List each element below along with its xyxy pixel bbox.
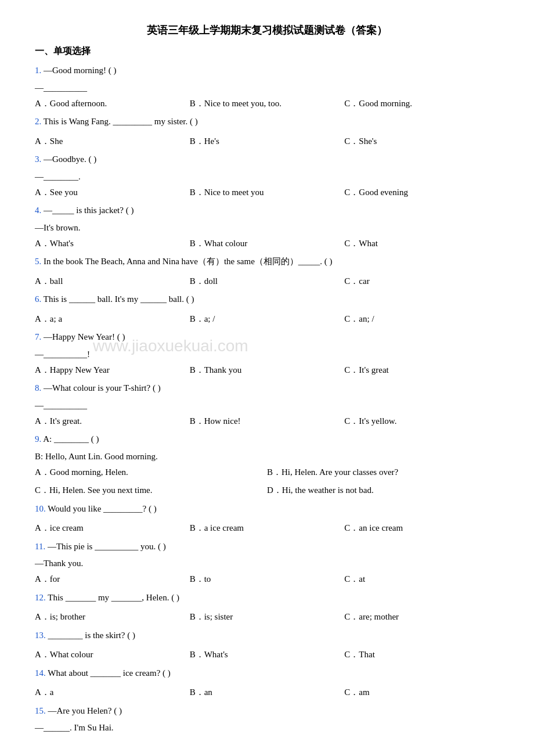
option-6a: A．a; a	[35, 312, 190, 327]
question-6: 6. This is ______ ball. It's my ______ b…	[35, 292, 499, 326]
option-8c: C．It's yellow.	[344, 414, 499, 429]
option-8b: B．How nice!	[190, 414, 345, 429]
option-10b: B．a ice cream	[190, 521, 345, 536]
option-8a: A．It's great.	[35, 414, 190, 429]
question-1: 1. —Good morning! ( ) —__________ A．Good…	[35, 63, 499, 111]
option-14a: A．a	[35, 685, 190, 700]
option-5a: A．ball	[35, 274, 190, 289]
option-9d: D．Hi, the weather is not bad.	[267, 483, 499, 498]
option-6b: B．a; /	[190, 312, 345, 327]
option-2c: C．She's	[344, 134, 499, 149]
question-9: 9. A: ________ ( ) B: Hello, Aunt Lin. G…	[35, 432, 499, 498]
option-14b: B．an	[190, 685, 345, 700]
question-10: 10. Would you like _________? ( ) A．ice …	[35, 502, 499, 536]
section-title: 一、单项选择	[35, 45, 499, 57]
option-14c: C．am	[344, 685, 499, 700]
question-15: 15. —Are you Helen? ( ) —______. I'm Su …	[35, 704, 499, 733]
option-10a: A．ice cream	[35, 521, 190, 536]
option-5c: C．car	[344, 274, 499, 289]
option-1b: B．Nice to meet you, too.	[190, 96, 345, 111]
option-3b: B．Nice to meet you	[190, 185, 345, 200]
option-7b: B．Thank you	[190, 363, 345, 378]
option-12c: C．are; mother	[344, 610, 499, 625]
option-3c: C．Good evening	[344, 185, 499, 200]
question-3: 3. —Goodbye. ( ) —________. A．See you B．…	[35, 152, 499, 200]
question-5: 5. In the book The Beach, Anna and Nina …	[35, 254, 499, 289]
option-2a: A．She	[35, 134, 190, 149]
option-13c: C．That	[344, 647, 499, 663]
question-13: 13. ________ is the skirt? ( ) A．What co…	[35, 628, 499, 663]
question-2: 2. This is Wang Fang. _________ my siste…	[35, 114, 499, 149]
option-12b: B．is; sister	[190, 610, 345, 625]
option-7c: C．It's great	[344, 363, 499, 378]
page-title: 英语三年级上学期期末复习模拟试题测试卷（答案）	[35, 23, 499, 37]
option-11c: C．at	[344, 572, 499, 587]
option-12a: A．is; brother	[35, 610, 190, 625]
option-4c: C．What	[344, 236, 499, 251]
question-11: 11. —This pie is __________ you. ( ) —Th…	[35, 539, 499, 587]
option-13b: B．What's	[190, 647, 345, 663]
option-9a: A．Good morning, Helen.	[35, 465, 267, 480]
option-9b: B．Hi, Helen. Are your classes over?	[267, 465, 499, 480]
option-5b: B．doll	[190, 274, 345, 289]
option-11b: B．to	[190, 572, 345, 587]
question-7: 7. —Happy New Year! ( ) —__________! A．H…	[35, 330, 499, 377]
option-11a: A．for	[35, 572, 190, 587]
option-4b: B．What colour	[190, 236, 345, 251]
option-1c: C．Good morning.	[344, 96, 499, 111]
option-13a: A．What colour	[35, 647, 190, 663]
option-3a: A．See you	[35, 185, 190, 200]
option-2b: B．He's	[190, 134, 345, 149]
option-10c: C．an ice cream	[344, 521, 499, 536]
question-12: 12. This _______ my _______, Helen. ( ) …	[35, 591, 499, 625]
option-4a: A．What's	[35, 236, 190, 251]
option-6c: C．an; /	[344, 312, 499, 327]
question-14: 14. What about _______ ice cream? ( ) A．…	[35, 666, 499, 700]
option-9c: C．Hi, Helen. See you next time.	[35, 483, 267, 498]
option-7a: A．Happy New Year	[35, 363, 190, 378]
question-4: 4. —_____ is this jacket? ( ) —It's brow…	[35, 203, 499, 251]
option-1a: A．Good afternoon.	[35, 96, 190, 111]
question-8: 8. —What colour is your T-shirt? ( ) —__…	[35, 381, 499, 429]
